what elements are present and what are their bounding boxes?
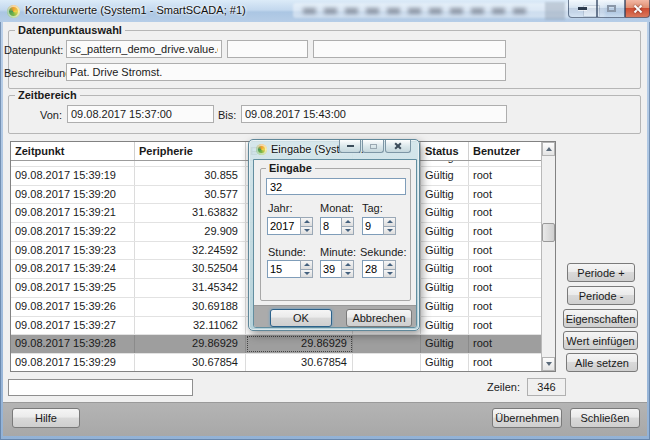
datenpunkt-field[interactable] (66, 40, 222, 58)
scroll-down-icon (546, 362, 552, 366)
table-cell: Gültig (421, 186, 469, 204)
table-cell: Gültig (421, 161, 469, 166)
maximize-icon (607, 5, 616, 12)
spin-up-icon (345, 263, 351, 266)
periode-minus-button[interactable]: Periode - (567, 286, 635, 305)
filter-input[interactable] (8, 379, 193, 396)
bis-label: Bis: (218, 106, 236, 124)
table-cell: root (469, 167, 542, 185)
scroll-up-icon (546, 147, 552, 151)
zeilen-count: 346 (527, 378, 566, 396)
schliessen-button[interactable]: Schließen (570, 408, 640, 428)
dialog-minimize-button[interactable] (339, 140, 361, 153)
beschreibung-field[interactable] (66, 63, 506, 81)
minute-input[interactable] (320, 260, 341, 278)
spin-up-button[interactable] (341, 217, 354, 227)
datenpunkt-field-2[interactable] (227, 40, 308, 58)
table-cell: 09.08.2017 15:39:28 (11, 335, 135, 353)
table-cell: root (469, 260, 542, 278)
spin-up-button[interactable] (341, 260, 354, 270)
table-cell: 09.08.2017 15:39:19 (11, 167, 135, 185)
jahr-input[interactable] (267, 217, 300, 235)
table-cell: 09.08.2017 15:39:24 (11, 260, 135, 278)
table-row[interactable]: 09.08.2017 15:39:2930.6785430.67854Gülti… (11, 354, 543, 372)
sekunde-input[interactable] (362, 260, 383, 278)
maximize-button[interactable] (597, 0, 625, 18)
periode-plus-button[interactable]: Periode + (567, 263, 635, 282)
table-cell: 30.577 (135, 186, 246, 204)
table-cell: root (469, 298, 542, 316)
table-cell: Gültig (421, 335, 469, 353)
spin-down-button[interactable] (383, 270, 396, 279)
spin-down-button[interactable] (341, 270, 354, 279)
table-cell: root (469, 223, 542, 241)
spin-up-icon (304, 220, 310, 223)
value-input[interactable] (266, 178, 406, 195)
close-button[interactable] (625, 0, 650, 18)
table-cell: 09.08.2017 15:39:29 (11, 354, 135, 372)
column-header-zeitpunkt[interactable]: Zeitpunkt (11, 142, 135, 160)
title-bar[interactable]: Korrekturwerte (System1 - SmartSCADA; #1… (0, 0, 650, 22)
spin-up-button[interactable] (300, 260, 313, 270)
spin-up-icon (387, 220, 393, 223)
scrollbar-thumb[interactable] (542, 223, 555, 242)
background-window-blur (303, 8, 528, 14)
spin-down-icon (345, 229, 351, 232)
close-icon (633, 4, 643, 14)
spin-down-button[interactable] (383, 227, 396, 236)
table-cell: root (469, 279, 542, 297)
beschreibung-label: Beschreibung: (4, 64, 63, 82)
spin-up-button[interactable] (383, 260, 396, 270)
table-cell: root (469, 317, 542, 335)
dialog-footer: OK Abbrechen (254, 305, 417, 328)
stunde-spinner (267, 260, 313, 278)
minimize-button[interactable] (568, 0, 597, 18)
tag-label: Tag: (362, 202, 383, 214)
scroll-down-button[interactable] (542, 357, 555, 371)
group-label: Eingabe (266, 162, 315, 174)
column-header-peripherie[interactable]: Peripherie (135, 142, 246, 160)
stunde-input[interactable] (267, 260, 300, 278)
bis-field[interactable] (241, 105, 507, 123)
spin-up-button[interactable] (383, 217, 396, 227)
table-cell: Gültig (421, 260, 469, 278)
table-cell: root (469, 204, 542, 222)
dialog-maximize-button[interactable] (362, 140, 384, 153)
table-cell: 31.63832 (135, 204, 246, 222)
table-cell: 30.69188 (135, 298, 246, 316)
spin-down-button[interactable] (300, 270, 313, 279)
column-header-benutzer[interactable]: Benutzer (469, 142, 542, 160)
datenpunkt-field-3[interactable] (313, 40, 506, 58)
table-cell: 09.08.2017 15:39:20 (11, 186, 135, 204)
spin-up-button[interactable] (300, 217, 313, 227)
von-field[interactable] (67, 105, 214, 123)
abbrechen-button[interactable]: Abbrechen (346, 309, 412, 327)
monat-spinner (320, 217, 354, 235)
spin-down-button[interactable] (341, 227, 354, 236)
monat-input[interactable] (320, 217, 341, 235)
spin-down-button[interactable] (300, 227, 313, 236)
hilfe-button[interactable]: Hilfe (12, 408, 80, 428)
table-cell: 29.86929 (135, 335, 246, 353)
table-cell (353, 354, 421, 372)
scroll-up-button[interactable] (542, 142, 555, 156)
ok-button[interactable]: OK (270, 309, 332, 327)
maximize-icon (370, 144, 377, 149)
minimize-icon (578, 7, 587, 10)
von-label: Von: (8, 106, 62, 124)
spin-up-icon (387, 263, 393, 266)
eingabe-dialog-body: Eingabe Jahr: Monat: Tag: Stunde: Minute… (253, 159, 417, 328)
table-cell: 32.24592 (135, 242, 246, 260)
alle-setzen-button[interactable]: Alle setzen (566, 353, 638, 372)
dialog-close-button[interactable] (385, 140, 411, 153)
eigenschaften-button[interactable]: Eigenschaften (563, 309, 638, 328)
column-header-status[interactable]: Status (421, 142, 469, 160)
tag-input[interactable] (362, 217, 383, 235)
uebernehmen-button[interactable]: Übernehmen (492, 408, 562, 428)
wert-einfuegen-button[interactable]: Wert einfügen (563, 331, 638, 350)
app-icon (7, 5, 20, 18)
table-scrollbar[interactable] (541, 142, 555, 371)
table-row[interactable]: 09.08.2017 15:39:2829.8692929.86929Gülti… (11, 335, 543, 354)
table-cell: 30.31311 (135, 161, 246, 166)
table-cell: Gültig (421, 279, 469, 297)
